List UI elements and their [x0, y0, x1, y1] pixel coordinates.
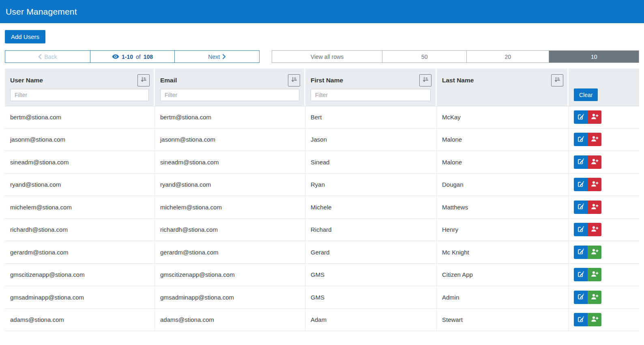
edit-user-button[interactable] — [574, 313, 588, 326]
page-size-selector: View all rows 50 20 10 — [272, 50, 639, 63]
user-plus-icon — [591, 136, 599, 143]
cell-user-name: sineadm@stiona.com — [5, 151, 155, 173]
edit-user-button[interactable] — [574, 268, 588, 281]
edit-user-button[interactable] — [574, 201, 588, 214]
page-size-option-50[interactable]: 50 — [382, 51, 466, 63]
user-plus-icon — [591, 248, 599, 256]
filter-user-name-input[interactable] — [10, 89, 149, 101]
cell-user-name: bertm@stiona.com — [5, 106, 155, 128]
page-header: User Management — [0, 0, 644, 23]
cell-last-name: Matthews — [437, 196, 569, 218]
edit-user-button[interactable] — [574, 223, 588, 236]
user-plus-icon — [591, 293, 599, 301]
cell-user-name: gerardm@stiona.com — [5, 241, 155, 263]
cell-user-name: gmsadminapp@stiona.com — [5, 286, 155, 308]
clear-filters-button[interactable]: Clear — [574, 88, 598, 101]
cell-user-name: richardh@stiona.com — [5, 219, 155, 241]
column-header-user-name: User Name — [5, 69, 155, 106]
cell-email: richardh@stiona.com — [155, 219, 305, 241]
add-user-button[interactable] — [588, 201, 601, 214]
edit-pencil-icon — [577, 226, 584, 234]
edit-user-button[interactable] — [574, 246, 588, 259]
add-user-button[interactable] — [588, 110, 601, 124]
cell-user-name: jasonm@stiona.com — [5, 129, 155, 151]
cell-last-name: McKay — [437, 106, 569, 128]
cell-actions — [569, 309, 639, 331]
user-plus-icon — [591, 316, 599, 323]
sort-email-button[interactable] — [288, 74, 300, 86]
table-row: adams@stiona.com adams@stiona.com Adam S… — [5, 309, 639, 332]
add-user-button[interactable] — [588, 133, 601, 146]
table-body: bertm@stiona.com bertm@stiona.com Bert M… — [5, 106, 639, 331]
cell-last-name: Citizen App — [437, 264, 569, 286]
table-header: User Name Email — [5, 69, 639, 106]
cell-actions — [569, 129, 639, 151]
edit-user-button[interactable] — [574, 291, 588, 304]
eye-icon — [112, 54, 119, 59]
column-title: User Name — [10, 77, 43, 84]
edit-user-button[interactable] — [574, 178, 588, 191]
column-title: First Name — [311, 77, 343, 84]
add-user-button[interactable] — [588, 155, 601, 169]
edit-user-button[interactable] — [574, 133, 588, 146]
edit-pencil-icon — [577, 316, 584, 324]
user-plus-icon — [591, 113, 599, 121]
sort-first-name-button[interactable] — [419, 74, 431, 86]
edit-pencil-icon — [577, 203, 584, 211]
cell-email: sineadm@stiona.com — [155, 151, 305, 173]
table-row: gmsadminapp@stiona.com gmsadminapp@stion… — [5, 286, 639, 309]
sort-amount-icon — [140, 76, 147, 84]
page-size-option-10[interactable]: 10 — [549, 51, 638, 63]
column-header-actions: Clear — [569, 69, 639, 106]
cell-email: gerardm@stiona.com — [155, 241, 305, 263]
of-label: of — [136, 54, 141, 60]
add-user-button[interactable] — [588, 223, 601, 236]
add-user-button[interactable] — [588, 313, 601, 326]
cell-first-name: Adam — [305, 309, 437, 331]
page-size-option-20[interactable]: 20 — [466, 51, 549, 63]
edit-pencil-icon — [577, 271, 584, 279]
cell-last-name: Dougan — [437, 174, 569, 196]
cell-first-name: Richard — [305, 219, 437, 241]
add-user-button[interactable] — [588, 268, 601, 281]
cell-first-name: Jason — [305, 129, 437, 151]
users-table: User Name Email — [5, 69, 639, 331]
add-user-button[interactable] — [588, 291, 601, 304]
sort-last-name-button[interactable] — [551, 74, 563, 86]
filter-email-input[interactable] — [160, 89, 299, 101]
total-count: 108 — [144, 54, 153, 60]
cell-last-name: Henry — [437, 219, 569, 241]
cell-email: michelem@stiona.com — [155, 196, 305, 218]
column-header-email: Email — [155, 69, 305, 106]
cell-last-name: Mc Knight — [437, 241, 569, 263]
cell-email: gmsadminapp@stiona.com — [155, 286, 305, 308]
sort-user-name-button[interactable] — [137, 74, 150, 86]
cell-user-name: ryand@stiona.com — [5, 174, 155, 196]
page-size-option-all[interactable]: View all rows — [272, 51, 382, 63]
add-users-button[interactable]: Add Users — [5, 30, 45, 43]
cell-first-name: Sinead — [305, 151, 437, 173]
page-range: 1-10 — [122, 54, 133, 60]
edit-pencil-icon — [577, 248, 584, 256]
table-row: bertm@stiona.com bertm@stiona.com Bert M… — [5, 106, 639, 129]
cell-last-name: Malone — [437, 151, 569, 173]
cell-actions — [569, 151, 639, 173]
edit-user-button[interactable] — [574, 110, 588, 124]
cell-actions — [569, 286, 639, 308]
cell-actions — [569, 241, 639, 263]
add-user-button[interactable] — [588, 178, 601, 191]
next-button[interactable]: Next — [174, 51, 259, 63]
edit-user-button[interactable] — [574, 155, 588, 169]
page-range-indicator[interactable]: 1-10 of 108 — [90, 51, 175, 63]
back-label: Back — [44, 54, 57, 60]
cell-first-name: GMS — [305, 286, 437, 308]
filter-first-name-input[interactable] — [311, 89, 431, 101]
back-button[interactable]: Back — [5, 51, 90, 63]
toolbar: Add Users — [0, 23, 644, 43]
cell-first-name: Michele — [305, 196, 437, 218]
add-user-button[interactable] — [588, 246, 601, 259]
edit-pencil-icon — [577, 136, 584, 144]
cell-first-name: Ryan — [305, 174, 437, 196]
cell-last-name: Stewart — [437, 309, 569, 331]
user-plus-icon — [591, 203, 599, 211]
